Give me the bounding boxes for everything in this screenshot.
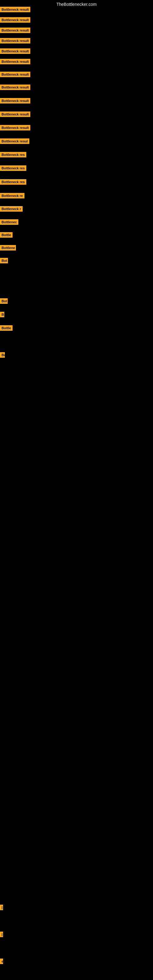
bottleneck-badge: Bottleneck re xyxy=(0,193,24,199)
bottleneck-badge: Bottleneck result xyxy=(0,84,30,90)
bottleneck-badge: Bottleneck result xyxy=(0,59,30,64)
bottleneck-badge: Bottleneck result xyxy=(0,72,30,77)
bottleneck-badge: Bottleneck result xyxy=(0,48,30,54)
bottleneck-badge: Bottleneck res xyxy=(0,179,26,185)
bottleneck-badge: Bot xyxy=(0,258,8,263)
bottleneck-badge: e xyxy=(0,959,3,964)
bottleneck-badge: Bottleneck result xyxy=(0,38,30,43)
bottleneck-badge: Bottlenec xyxy=(0,219,18,225)
bottleneck-badge: | xyxy=(0,932,3,937)
bottleneck-badge: Bottlene xyxy=(0,245,16,250)
bottleneck-badge: Bottleneck result xyxy=(0,98,30,103)
bottleneck-badge: B xyxy=(0,312,4,317)
bottleneck-badge: Bottleneck result xyxy=(0,111,30,117)
bottleneck-badge: Bottleneck result xyxy=(0,17,30,23)
bottleneck-badge: Bottleneck result xyxy=(0,27,30,33)
bottleneck-badge: | xyxy=(0,905,3,910)
bottleneck-badge: Bottleneck res xyxy=(0,152,26,158)
bottleneck-badge: Bottleneck resul xyxy=(0,138,29,144)
bottleneck-badge: Bottleneck r xyxy=(0,206,22,212)
bottleneck-badge: Bottleneck result xyxy=(0,125,30,130)
bottleneck-badge: Bottle xyxy=(0,325,13,331)
bottleneck-badge: Bc xyxy=(0,352,5,358)
bottleneck-badge: Bottleneck res xyxy=(0,165,26,171)
bottleneck-badge: Bot xyxy=(0,298,8,304)
bottleneck-badge: Bottle xyxy=(0,232,13,238)
bottleneck-badge: Bottleneck result xyxy=(0,7,30,12)
